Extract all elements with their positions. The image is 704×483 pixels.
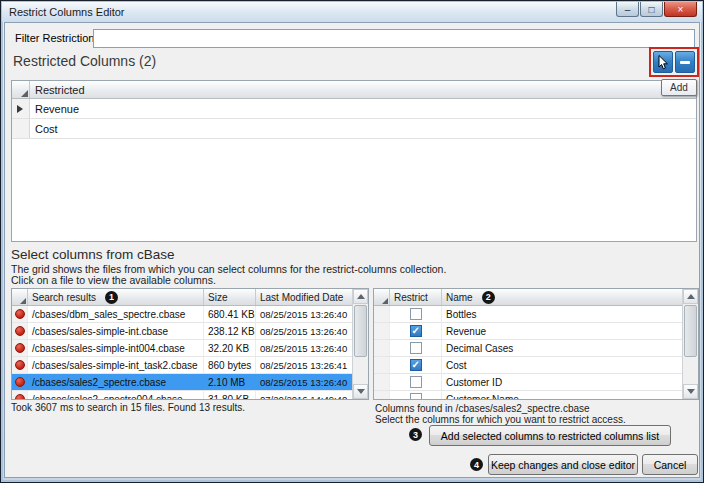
file-modified-cell: 07/20/2016 14:49:40 (256, 391, 352, 399)
scroll-up-button[interactable] (683, 289, 698, 304)
restrict-checkbox-cell (390, 391, 442, 399)
search-status-text: Took 3607 ms to search in 15 files. Foun… (11, 402, 245, 413)
restricted-cell: Revenue (30, 99, 696, 118)
columns-header-name[interactable]: Name2 (442, 289, 682, 305)
section-description-2: Click on a file to view the available co… (11, 274, 216, 286)
files-table-scrollbar[interactable] (352, 289, 368, 399)
scroll-up-button[interactable] (353, 289, 368, 304)
files-grid: Search results1 Size Last Modified Date … (12, 289, 352, 399)
restricted-table-header-row: Restricted (12, 81, 696, 99)
remove-restriction-button[interactable] (675, 51, 695, 73)
file-row[interactable]: /cbases/sales2_spectre004.cbase 31.80 KB… (12, 391, 352, 399)
sort-corner-icon (21, 90, 28, 97)
file-icon-cell (12, 374, 28, 390)
row-header (374, 306, 390, 322)
close-button[interactable]: × (664, 2, 697, 17)
file-modified-cell: 08/25/2015 13:26:40 (256, 306, 352, 322)
file-row[interactable]: /cbases/dbm_sales_spectre.cbase 680.41 K… (12, 306, 352, 323)
restrict-checkbox[interactable] (410, 342, 422, 354)
file-modified-cell: 08/25/2015 13:26:40 (256, 340, 352, 356)
column-name-cell: Cost (442, 357, 682, 373)
scroll-down-button[interactable] (353, 384, 368, 399)
row-header (374, 391, 390, 399)
callout-badge-4: 4 (470, 458, 483, 471)
restrict-checkbox[interactable] (410, 376, 422, 388)
cbase-file-icon (15, 309, 25, 319)
file-modified-cell: 08/25/2015 13:26:40 (256, 323, 352, 339)
file-icon-cell (12, 323, 28, 339)
restrict-checkbox[interactable] (410, 308, 422, 320)
scrollbar-thumb[interactable] (684, 305, 697, 357)
columns-table-scrollbar[interactable] (682, 289, 698, 399)
close-icon: × (678, 4, 684, 15)
restrict-checkbox[interactable] (410, 325, 422, 337)
file-row[interactable]: /cbases/sales-simple-int004.cbase 32.20 … (12, 340, 352, 357)
column-row[interactable]: Customer Name (374, 391, 682, 399)
add-tooltip-label: Add (670, 82, 688, 93)
minimize-button[interactable]: – (616, 2, 639, 17)
dialog-client-area: Filter Restrictions: Restricted Columns … (4, 22, 700, 478)
restrict-checkbox-cell (390, 357, 442, 373)
files-header-modified[interactable]: Last Modified Date (256, 289, 352, 305)
arrow-up-icon (687, 294, 695, 299)
column-row[interactable]: Customer ID (374, 374, 682, 391)
cbase-file-icon (15, 360, 25, 370)
restricted-row-cost[interactable]: Cost (12, 119, 696, 139)
filter-restrictions-input[interactable] (93, 29, 695, 48)
restrict-checkbox[interactable] (410, 359, 422, 371)
scrollbar-thumb[interactable] (354, 305, 367, 357)
columns-select-all-corner[interactable] (374, 289, 390, 305)
keep-changes-button[interactable]: Keep changes and close editor (488, 454, 638, 475)
restrict-checkbox-cell (390, 306, 442, 322)
select-columns-heading: Select columns from cBase (11, 247, 175, 262)
window-controls: – □ × (615, 2, 697, 17)
restrict-checkbox-cell (390, 374, 442, 390)
column-row[interactable]: Bottles (374, 306, 682, 323)
column-row[interactable]: Decimal Cases (374, 340, 682, 357)
files-header-name[interactable]: Search results1 (28, 289, 204, 305)
file-size-cell: 2.10 MB (204, 374, 256, 390)
arrow-down-icon (357, 389, 365, 394)
restrict-columns-editor-window: Restrict Columns Editor – □ × Filter Res… (0, 0, 704, 483)
files-header-size[interactable]: Size (204, 289, 256, 305)
column-name-cell: Revenue (442, 323, 682, 339)
restrict-checkbox[interactable] (410, 393, 422, 399)
column-name-cell: Decimal Cases (442, 340, 682, 356)
columns-header-restrict[interactable]: Restrict (390, 289, 442, 305)
restricted-select-all-corner[interactable] (12, 81, 30, 98)
row-header (374, 357, 390, 373)
cancel-button[interactable]: Cancel (642, 454, 698, 475)
column-row[interactable]: Revenue (374, 323, 682, 340)
restricted-column-header[interactable]: Restricted (30, 81, 696, 98)
file-name-cell: /cbases/sales2_spectre004.cbase (28, 391, 204, 399)
file-size-cell: 31.80 KB (204, 391, 256, 399)
maximize-button[interactable]: □ (640, 2, 663, 17)
file-modified-cell: 08/25/2015 13:26:41 (256, 357, 352, 373)
minimize-icon: – (625, 4, 631, 15)
row-header (374, 340, 390, 356)
cbase-file-icon (15, 326, 25, 336)
maximize-icon: □ (648, 4, 654, 15)
file-row[interactable]: /cbases/sales-simple-int.cbase 238.12 KB… (12, 323, 352, 340)
add-restriction-button[interactable] (653, 51, 673, 73)
callout-badge-2: 2 (482, 291, 495, 304)
restrict-checkbox-cell (390, 340, 442, 356)
file-size-cell: 680.41 KB (204, 306, 256, 322)
file-name-cell: /cbases/sales-simple-int.cbase (28, 323, 204, 339)
files-header-name-label: Search results (32, 292, 96, 303)
file-row[interactable]: /cbases/sales-simple-int_task2.cbase 860… (12, 357, 352, 374)
arrow-up-icon (357, 294, 365, 299)
file-icon-cell (12, 306, 28, 322)
file-name-cell: /cbases/dbm_sales_spectre.cbase (28, 306, 204, 322)
cbase-file-icon (15, 377, 25, 387)
file-row-selected[interactable]: /cbases/sales2_spectre.cbase 2.10 MB 08/… (12, 374, 352, 391)
files-select-all-corner[interactable] (12, 289, 28, 305)
column-row[interactable]: Cost (374, 357, 682, 374)
restricted-row-revenue[interactable]: Revenue (12, 99, 696, 119)
scroll-down-button[interactable] (683, 384, 698, 399)
columns-grid: Restrict Name2 Bottles Revenue Decimal C (374, 289, 682, 399)
file-icon-cell (12, 357, 28, 373)
add-tooltip: Add (661, 79, 697, 96)
titlebar[interactable]: Restrict Columns Editor – □ × (2, 2, 702, 22)
add-selected-columns-button[interactable]: Add selected columns to restricted colum… (429, 425, 671, 446)
